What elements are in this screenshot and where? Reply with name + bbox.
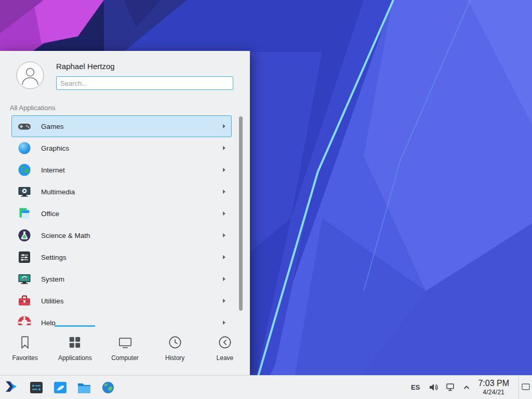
user-name: Raphael Hertzog — [56, 62, 115, 71]
category-label: Internet — [41, 166, 65, 174]
system-tray: ES 7:03 PM 4/24/21 — [411, 376, 532, 399]
network-icon[interactable] — [446, 382, 456, 392]
tab-favorites[interactable]: Favorites — [0, 325, 50, 375]
multimedia-icon — [18, 185, 31, 198]
category-item-graphics[interactable]: Graphics — [11, 137, 232, 159]
launcher-tab-bar: Favorites Applications Computer — [0, 325, 250, 375]
tab-label: Applications — [58, 354, 92, 362]
games-icon — [18, 119, 31, 133]
taskbar: ES 7:03 PM 4/24/21 — [0, 375, 532, 399]
terminal-settings-icon[interactable] — [29, 380, 44, 395]
clock-date: 4/24/21 — [478, 389, 509, 396]
show-desktop-icon — [522, 383, 530, 392]
tab-label: Favorites — [12, 354, 37, 362]
chevron-right-icon — [223, 168, 225, 172]
browser-globe-icon[interactable] — [101, 380, 115, 395]
category-item-multimedia[interactable]: Multimedia — [11, 181, 232, 203]
bookmark-icon — [17, 335, 33, 350]
category-label: System — [41, 275, 64, 283]
show-desktop-button[interactable] — [518, 376, 532, 399]
office-icon — [18, 207, 31, 220]
category-item-settings[interactable]: Settings — [11, 246, 232, 268]
dolphin-icon[interactable] — [53, 380, 68, 395]
tab-leave[interactable]: Leave — [200, 325, 250, 375]
clock-icon — [167, 335, 183, 350]
category-item-utilities[interactable]: Utilities — [11, 290, 232, 312]
category-item-internet[interactable]: Internet — [11, 159, 232, 181]
category-item-games[interactable]: Games — [11, 115, 232, 137]
tab-label: Computer — [111, 354, 139, 362]
clock-time: 7:03 PM — [478, 379, 509, 389]
chevron-right-icon — [223, 146, 225, 150]
tab-applications[interactable]: Applications — [50, 325, 100, 375]
section-label: All Applications — [10, 104, 55, 112]
chevron-right-icon — [223, 321, 225, 325]
category-item-office[interactable]: Office — [11, 203, 232, 224]
tab-history[interactable]: History — [150, 325, 200, 375]
category-label: Office — [41, 210, 59, 218]
application-launcher-button[interactable] — [0, 376, 23, 399]
utilities-toolbox-icon — [18, 294, 31, 308]
avatar[interactable] — [16, 61, 44, 89]
pinned-task-icons — [29, 380, 115, 395]
chevron-right-icon — [223, 277, 225, 281]
folder-icon[interactable] — [77, 380, 91, 395]
kickoff-icon — [4, 379, 19, 396]
desktop: Raphael Hertzog All Applications Games — [0, 0, 532, 399]
category-item-system[interactable]: System — [11, 268, 232, 290]
expand-tray-icon[interactable] — [463, 384, 470, 391]
category-label: Utilities — [41, 297, 64, 305]
chevron-right-icon — [223, 299, 225, 303]
keyboard-layout-indicator[interactable]: ES — [411, 383, 420, 391]
category-item-science-math[interactable]: Science & Math — [11, 224, 232, 246]
tab-computer[interactable]: Computer — [100, 325, 150, 375]
category-label: Multimedia — [41, 188, 75, 196]
category-label: Help — [41, 319, 56, 326]
tab-label: History — [165, 354, 184, 362]
settings-sliders-icon — [18, 250, 31, 264]
search-input[interactable] — [56, 76, 233, 90]
science-flask-icon — [18, 229, 31, 242]
grid-icon — [67, 335, 83, 350]
graphics-icon — [18, 141, 31, 155]
help-lifebuoy-icon — [18, 316, 31, 325]
computer-icon — [117, 335, 133, 350]
category-label: Graphics — [41, 144, 69, 152]
category-item-help[interactable]: Help — [11, 312, 232, 325]
internet-globe-icon — [18, 163, 31, 177]
clock[interactable]: 7:03 PM 4/24/21 — [478, 379, 509, 396]
chevron-right-icon — [223, 190, 225, 194]
chevron-right-icon — [223, 211, 225, 216]
chevron-right-icon — [223, 124, 225, 128]
chevron-right-icon — [223, 255, 225, 259]
application-launcher: Raphael Hertzog All Applications Games — [0, 51, 250, 375]
chevron-right-icon — [223, 233, 225, 237]
application-category-list: Games Graphics Internet — [0, 115, 250, 325]
leave-back-icon — [217, 335, 233, 350]
category-label: Games — [41, 123, 64, 130]
volume-icon[interactable] — [429, 382, 438, 392]
tab-label: Leave — [217, 354, 234, 362]
category-label: Settings — [41, 254, 66, 261]
scrollbar[interactable] — [239, 116, 243, 311]
system-monitor-icon — [18, 272, 31, 286]
category-label: Science & Math — [41, 232, 90, 240]
